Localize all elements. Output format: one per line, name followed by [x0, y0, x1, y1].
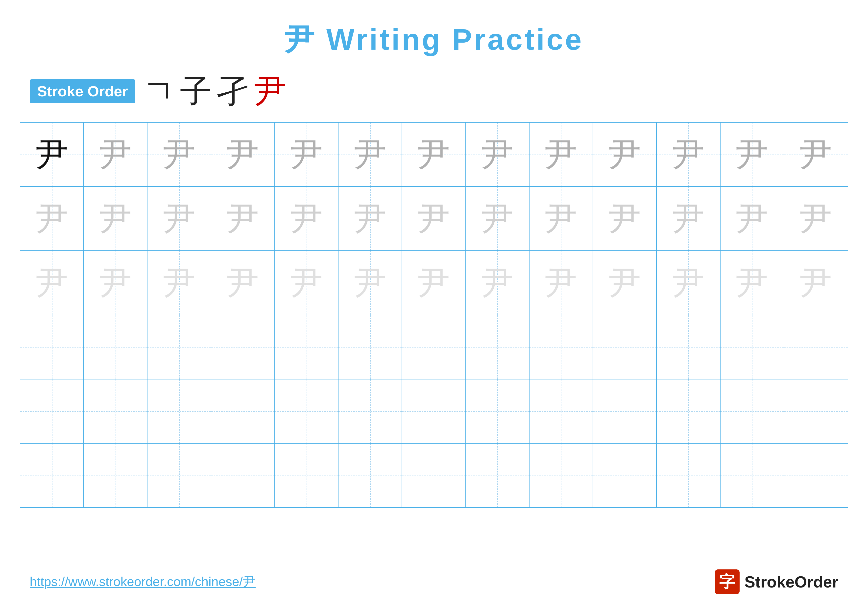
- grid-cell[interactable]: [338, 379, 402, 443]
- grid-cell[interactable]: 尹: [466, 123, 530, 186]
- grid-cell[interactable]: [147, 379, 211, 443]
- grid-cell[interactable]: 尹: [593, 251, 657, 314]
- grid-cell[interactable]: 尹: [593, 123, 657, 186]
- grid-cell[interactable]: 尹: [147, 123, 211, 186]
- grid-cell[interactable]: 尹: [211, 251, 275, 314]
- grid-cell[interactable]: [275, 315, 338, 379]
- grid-cell[interactable]: 尹: [402, 187, 466, 250]
- grid-cell[interactable]: 尹: [275, 123, 338, 186]
- grid-cell[interactable]: [784, 315, 848, 379]
- grid-cell[interactable]: [84, 379, 147, 443]
- logo-icon: 字: [715, 569, 739, 594]
- practice-char: 尹: [227, 267, 259, 299]
- grid-cell[interactable]: 尹: [84, 251, 147, 314]
- grid-cell[interactable]: 尹: [338, 187, 402, 250]
- practice-char: 尹: [163, 138, 195, 171]
- grid-cell[interactable]: 尹: [657, 123, 720, 186]
- grid-cell[interactable]: [593, 315, 657, 379]
- grid-cell[interactable]: [20, 444, 84, 507]
- practice-char: 尹: [354, 267, 386, 299]
- grid-cell[interactable]: 尹: [338, 251, 402, 314]
- practice-char: 尹: [354, 138, 386, 171]
- practice-char: 尹: [609, 138, 641, 171]
- grid-cell[interactable]: 尹: [466, 187, 530, 250]
- footer-url[interactable]: https://www.strokeorder.com/chinese/尹: [30, 573, 256, 591]
- grid-cell[interactable]: 尹: [211, 187, 275, 250]
- grid-cell[interactable]: [721, 315, 784, 379]
- practice-char: 尹: [800, 267, 832, 299]
- grid-cell[interactable]: [593, 379, 657, 443]
- grid-cell[interactable]: 尹: [784, 123, 848, 186]
- grid-cell[interactable]: 尹: [721, 251, 784, 314]
- grid-row-2: 尹 尹 尹 尹 尹 尹 尹 尹 尹 尹 尹 尹: [20, 187, 848, 251]
- grid-cell[interactable]: [721, 379, 784, 443]
- grid-cell[interactable]: 尹: [721, 123, 784, 186]
- grid-cell[interactable]: 尹: [530, 251, 593, 314]
- practice-char: 尹: [290, 203, 322, 235]
- grid-cell[interactable]: [657, 444, 720, 507]
- grid-cell[interactable]: [530, 315, 593, 379]
- grid-cell[interactable]: [402, 315, 466, 379]
- grid-cell[interactable]: 尹: [466, 251, 530, 314]
- page-title: 尹 Writing Practice: [0, 0, 868, 60]
- grid-cell[interactable]: [721, 444, 784, 507]
- stroke-order-badge: Stroke Order: [30, 79, 135, 103]
- practice-char: 尹: [99, 267, 132, 299]
- grid-cell[interactable]: 尹: [784, 251, 848, 314]
- grid-cell[interactable]: 尹: [402, 123, 466, 186]
- grid-cell[interactable]: [593, 444, 657, 507]
- practice-char: 尹: [36, 138, 68, 171]
- grid-cell[interactable]: [338, 315, 402, 379]
- grid-cell[interactable]: [657, 315, 720, 379]
- grid-cell[interactable]: [147, 315, 211, 379]
- grid-cell[interactable]: 尹: [530, 187, 593, 250]
- grid-cell[interactable]: [784, 444, 848, 507]
- grid-cell[interactable]: 尹: [84, 123, 147, 186]
- grid-cell[interactable]: 尹: [593, 187, 657, 250]
- grid-cell[interactable]: [657, 379, 720, 443]
- grid-cell[interactable]: 尹: [20, 123, 84, 186]
- grid-cell[interactable]: 尹: [338, 123, 402, 186]
- grid-cell[interactable]: [84, 444, 147, 507]
- grid-cell[interactable]: [530, 444, 593, 507]
- grid-cell[interactable]: [20, 315, 84, 379]
- grid-cell[interactable]: [402, 379, 466, 443]
- grid-cell[interactable]: [530, 379, 593, 443]
- logo-char: 字: [719, 571, 735, 593]
- grid-cell[interactable]: 尹: [275, 251, 338, 314]
- grid-cell[interactable]: 尹: [147, 251, 211, 314]
- grid-cell[interactable]: 尹: [20, 187, 84, 250]
- grid-cell[interactable]: 尹: [84, 187, 147, 250]
- grid-cell[interactable]: [147, 444, 211, 507]
- grid-cell[interactable]: 尹: [211, 123, 275, 186]
- grid-cell[interactable]: 尹: [657, 251, 720, 314]
- grid-cell[interactable]: [466, 444, 530, 507]
- grid-cell[interactable]: 尹: [20, 251, 84, 314]
- grid-cell[interactable]: 尹: [784, 187, 848, 250]
- grid-cell[interactable]: [275, 379, 338, 443]
- grid-cell[interactable]: [466, 315, 530, 379]
- grid-row-1: 尹 尹 尹 尹 尹 尹 尹 尹 尹 尹 尹 尹: [20, 123, 848, 187]
- grid-cell[interactable]: [275, 444, 338, 507]
- practice-char: 尹: [36, 203, 68, 235]
- grid-cell[interactable]: [211, 379, 275, 443]
- grid-cell[interactable]: [338, 444, 402, 507]
- grid-cell[interactable]: 尹: [402, 251, 466, 314]
- practice-char: 尹: [481, 203, 513, 235]
- grid-cell[interactable]: [211, 444, 275, 507]
- grid-cell[interactable]: [402, 444, 466, 507]
- grid-cell[interactable]: 尹: [530, 123, 593, 186]
- grid-cell[interactable]: 尹: [275, 187, 338, 250]
- stroke-4: 尹: [254, 75, 286, 107]
- grid-cell[interactable]: 尹: [657, 187, 720, 250]
- grid-cell[interactable]: [466, 379, 530, 443]
- grid-cell[interactable]: [20, 379, 84, 443]
- grid-row-6: [20, 444, 848, 507]
- grid-cell[interactable]: [784, 379, 848, 443]
- stroke-2: 子: [180, 75, 212, 107]
- grid-cell[interactable]: 尹: [721, 187, 784, 250]
- stroke-sequence: ㄱ 子 孑 尹: [143, 75, 286, 107]
- grid-cell[interactable]: [84, 315, 147, 379]
- grid-cell[interactable]: 尹: [147, 187, 211, 250]
- grid-cell[interactable]: [211, 315, 275, 379]
